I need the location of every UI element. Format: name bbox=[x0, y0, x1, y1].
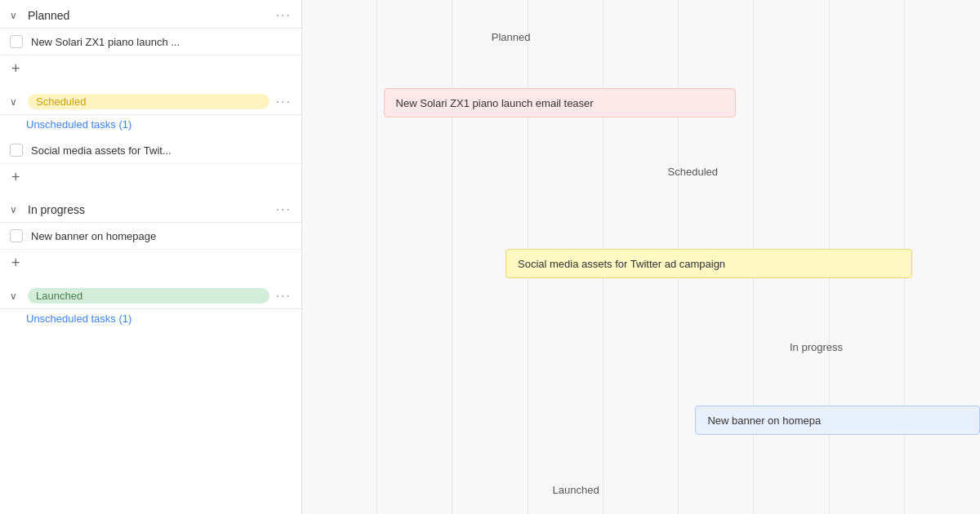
planned-label: Planned bbox=[28, 9, 270, 22]
task-label: Social media assets for Twit... bbox=[31, 144, 172, 157]
gantt-col bbox=[302, 0, 377, 514]
launched-chevron-icon: ∨ bbox=[10, 290, 21, 302]
gantt-col bbox=[452, 0, 528, 514]
task-checkbox[interactable] bbox=[10, 144, 23, 157]
gantt-col bbox=[528, 0, 604, 514]
task-label: New Solari ZX1 piano launch ... bbox=[31, 36, 180, 48]
planned-add-button[interactable]: + bbox=[0, 55, 301, 86]
gantt-col bbox=[754, 0, 829, 514]
planned-menu-icon[interactable]: ··· bbox=[276, 8, 292, 23]
task-checkbox[interactable] bbox=[10, 229, 23, 242]
gantt-col bbox=[604, 0, 679, 514]
scheduled-menu-icon[interactable]: ··· bbox=[276, 95, 292, 109]
gantt-grid bbox=[302, 0, 980, 514]
task-item: New Solari ZX1 piano launch ... bbox=[0, 29, 301, 55]
inprogress-add-button[interactable]: + bbox=[0, 250, 301, 280]
launched-label: Launched bbox=[28, 288, 270, 304]
task-item: Social media assets for Twit... bbox=[0, 137, 301, 164]
inprogress-label: In progress bbox=[28, 203, 270, 216]
gantt-col bbox=[377, 0, 452, 514]
scheduled-add-button[interactable]: + bbox=[0, 164, 301, 194]
scheduled-chevron-icon: ∨ bbox=[10, 96, 21, 108]
scheduled-unscheduled-link[interactable]: Unscheduled tasks (1) bbox=[0, 115, 301, 137]
section-scheduled-header[interactable]: ∨ Scheduled ··· bbox=[0, 86, 301, 115]
planned-chevron-icon: ∨ bbox=[10, 10, 21, 21]
gantt-col bbox=[830, 0, 905, 514]
launched-menu-icon[interactable]: ··· bbox=[276, 289, 292, 304]
inprogress-menu-icon[interactable]: ··· bbox=[276, 202, 292, 217]
section-inprogress-header[interactable]: ∨ In progress ··· bbox=[0, 194, 301, 223]
gantt-col bbox=[905, 0, 980, 514]
section-launched-header[interactable]: ∨ Launched ··· bbox=[0, 280, 301, 309]
task-label: New banner on homepage bbox=[31, 230, 156, 242]
left-panel: ∨ Planned ··· New Solari ZX1 piano launc… bbox=[0, 0, 302, 514]
task-checkbox[interactable] bbox=[10, 35, 23, 48]
task-item: New banner on homepage bbox=[0, 223, 301, 250]
section-planned-header[interactable]: ∨ Planned ··· bbox=[0, 0, 301, 29]
gantt-col bbox=[679, 0, 754, 514]
inprogress-chevron-icon: ∨ bbox=[10, 204, 21, 215]
scheduled-label: Scheduled bbox=[28, 94, 270, 109]
launched-unscheduled-link[interactable]: Unscheduled tasks (1) bbox=[0, 309, 301, 331]
gantt-panel: Planned Scheduled In progress Launched N… bbox=[302, 0, 980, 514]
